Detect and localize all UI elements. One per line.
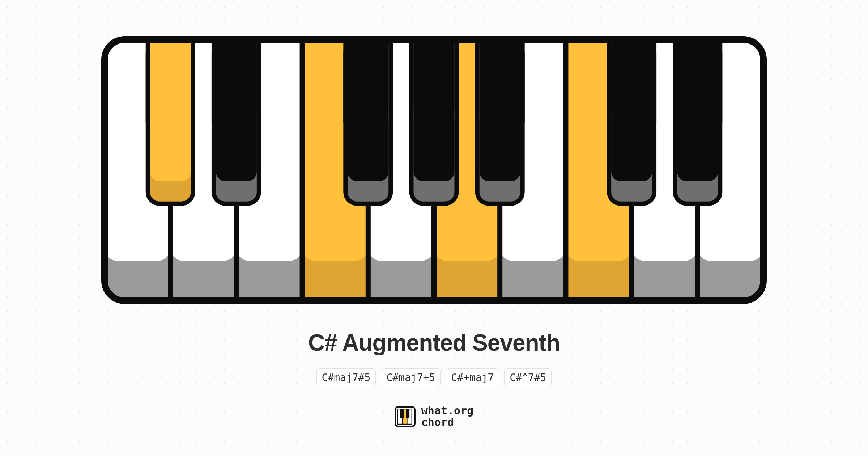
brand-logo-icon bbox=[395, 406, 416, 427]
brand: what.org chord bbox=[395, 405, 474, 428]
svg-rect-61 bbox=[216, 39, 257, 110]
svg-rect-43 bbox=[300, 39, 305, 301]
svg-rect-96 bbox=[400, 409, 404, 418]
svg-rect-47 bbox=[563, 39, 568, 301]
svg-rect-73 bbox=[414, 39, 455, 110]
brand-line2: chord bbox=[421, 417, 474, 428]
svg-rect-55 bbox=[150, 39, 191, 110]
svg-rect-91 bbox=[677, 39, 718, 110]
chord-alt-chip: C#+maj7 bbox=[446, 368, 499, 387]
chord-alt-chip: C#maj7#5 bbox=[316, 368, 376, 387]
chord-alt-chip: C#^7#5 bbox=[504, 368, 552, 387]
svg-rect-67 bbox=[348, 39, 388, 110]
piano-keyboard bbox=[101, 36, 767, 304]
chord-alternate-names: C#maj7#5C#maj7+5C#+maj7C#^7#5 bbox=[316, 368, 552, 387]
svg-rect-97 bbox=[406, 409, 409, 418]
svg-rect-79 bbox=[480, 39, 520, 110]
chord-alt-chip: C#maj7+5 bbox=[381, 368, 441, 387]
svg-rect-85 bbox=[611, 39, 652, 110]
chord-title: C# Augmented Seventh bbox=[308, 329, 560, 356]
brand-text: what.org chord bbox=[421, 405, 474, 428]
brand-line1: what.org bbox=[421, 405, 474, 417]
piano-keyboard-svg bbox=[101, 36, 767, 304]
